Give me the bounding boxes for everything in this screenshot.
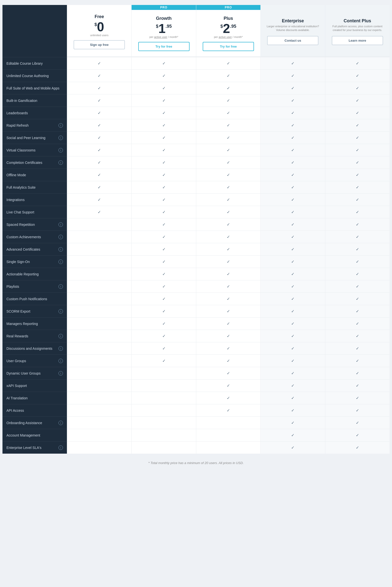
feature-cell xyxy=(67,342,131,354)
feature-cell: ✓ xyxy=(132,181,196,193)
feature-cell: ✓ xyxy=(325,392,390,404)
feature-cell: ✓ xyxy=(325,119,390,131)
feature-name: Dynamic User Groups xyxy=(6,371,41,375)
plan-btn-growth[interactable]: Try for free xyxy=(138,42,190,51)
feature-row: Account Management xyxy=(2,429,67,441)
feature-cell: ✓ xyxy=(325,441,390,454)
feature-cell: ✓ xyxy=(261,218,325,231)
plan-btn-free[interactable]: Sign up free xyxy=(74,40,125,49)
feature-cell: ✓ xyxy=(67,144,131,156)
check-mark: ✓ xyxy=(356,321,359,326)
check-mark: ✓ xyxy=(291,383,294,388)
info-icon[interactable]: i xyxy=(58,346,63,351)
check-mark: ✓ xyxy=(291,408,294,413)
check-mark: ✓ xyxy=(291,371,294,376)
feature-row: Custom Achievementsi xyxy=(2,231,67,243)
feature-cell: ✓ xyxy=(261,57,325,70)
feature-row: Real Rewardsi xyxy=(2,330,67,342)
info-icon[interactable]: i xyxy=(58,445,63,450)
check-mark: ✓ xyxy=(291,334,294,338)
check-mark: ✓ xyxy=(227,222,230,227)
feature-row: Editable Course Library xyxy=(2,57,67,70)
feature-name: Enterprise Level SLA's xyxy=(6,446,42,450)
feature-cell: ✓ xyxy=(196,231,260,243)
feature-cell: ✓ xyxy=(325,131,390,144)
feature-cell: ✓ xyxy=(325,70,390,82)
check-mark: ✓ xyxy=(162,222,166,227)
feature-name: Live Chat Support xyxy=(6,210,34,214)
feature-cell: ✓ xyxy=(196,243,260,255)
feature-name: Leaderboards xyxy=(6,111,28,115)
feature-cell xyxy=(67,218,131,231)
check-mark: ✓ xyxy=(227,371,230,376)
check-mark: ✓ xyxy=(227,173,230,177)
info-icon[interactable]: i xyxy=(58,148,63,153)
feature-name: Spaced Repetition xyxy=(6,223,35,227)
info-icon[interactable]: i xyxy=(58,222,63,227)
feature-cell xyxy=(196,429,260,441)
info-icon[interactable]: i xyxy=(58,334,63,338)
check-mark: ✓ xyxy=(227,309,230,314)
price-dollar: $ xyxy=(94,22,97,27)
check-mark: ✓ xyxy=(291,135,294,140)
info-icon[interactable]: i xyxy=(58,260,63,264)
feature-name: Onboarding Assistance xyxy=(6,421,42,425)
feature-cell: ✓ xyxy=(67,119,131,131)
info-icon[interactable]: i xyxy=(58,123,63,128)
feature-name: API Access xyxy=(6,408,24,412)
feature-column: Editable Course LibraryUnlimited Course … xyxy=(2,5,67,454)
price-dollar: $ xyxy=(156,24,158,29)
feature-cell xyxy=(67,280,131,293)
feature-cell: ✓ xyxy=(132,57,196,70)
plan-header-contentplus: Content PlusFull platform access, plus c… xyxy=(325,5,390,57)
check-mark: ✓ xyxy=(162,173,166,177)
feature-cell: ✓ xyxy=(67,169,131,181)
feature-cell: ✓ xyxy=(261,231,325,243)
check-mark: ✓ xyxy=(356,259,359,264)
info-icon[interactable]: i xyxy=(58,235,63,239)
feature-cell: ✓ xyxy=(196,119,260,131)
feature-cell: ✓ xyxy=(196,342,260,354)
check-mark: ✓ xyxy=(227,111,230,115)
check-mark: ✓ xyxy=(162,309,166,314)
feature-cell: ✓ xyxy=(196,107,260,119)
info-icon[interactable]: i xyxy=(58,359,63,363)
plan-btn-plus[interactable]: Try for free xyxy=(203,42,254,51)
feature-cell: ✓ xyxy=(67,107,131,119)
price-main: 2 xyxy=(223,22,230,35)
info-icon[interactable]: i xyxy=(58,421,63,425)
check-mark: ✓ xyxy=(356,235,359,239)
plan-price: $0 xyxy=(94,20,104,33)
feature-name: User Groups xyxy=(6,359,26,363)
feature-row: SCORM Exporti xyxy=(2,305,67,317)
check-mark: ✓ xyxy=(162,321,166,326)
info-icon[interactable]: i xyxy=(58,136,63,140)
feature-row: Virtual Classroomsi xyxy=(2,144,67,156)
check-mark: ✓ xyxy=(162,235,166,239)
check-mark: ✓ xyxy=(291,73,294,78)
check-mark: ✓ xyxy=(291,173,294,177)
info-icon[interactable]: i xyxy=(58,371,63,376)
plan-btn-contentplus[interactable]: Learn more xyxy=(332,36,383,45)
feature-cell: ✓ xyxy=(67,57,131,70)
feature-cell: ✓ xyxy=(261,243,325,255)
check-mark: ✓ xyxy=(356,272,359,276)
check-mark: ✓ xyxy=(356,98,359,103)
feature-cell xyxy=(132,392,196,404)
info-icon[interactable]: i xyxy=(58,247,63,252)
check-mark: ✓ xyxy=(227,148,230,153)
plan-btn-enterprise[interactable]: Contact us xyxy=(267,36,318,45)
feature-cell: ✓ xyxy=(261,392,325,404)
feature-cell: ✓ xyxy=(261,268,325,280)
feature-cell xyxy=(67,392,131,404)
info-icon[interactable]: i xyxy=(58,284,63,289)
info-icon[interactable]: i xyxy=(58,160,63,165)
feature-cell: ✓ xyxy=(196,94,260,107)
check-mark: ✓ xyxy=(98,98,101,103)
info-icon[interactable]: i xyxy=(58,309,63,314)
plan-name: Growth xyxy=(156,16,172,21)
feature-cell: ✓ xyxy=(261,367,325,379)
feature-name: Editable Course Library xyxy=(6,62,42,66)
check-mark: ✓ xyxy=(98,123,101,128)
feature-cell: ✓ xyxy=(261,280,325,293)
